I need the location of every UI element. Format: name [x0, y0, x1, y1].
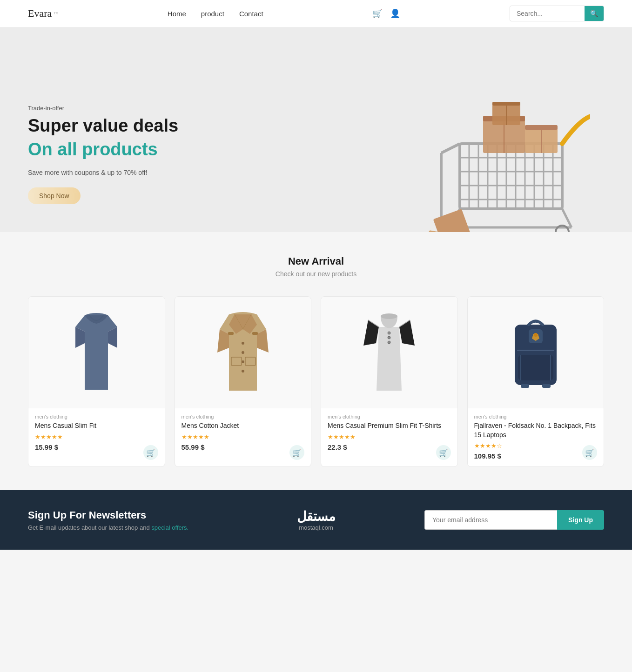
svg-point-43 [388, 332, 390, 334]
mostaql-arabic-logo: مستقل [297, 509, 336, 524]
product-card: men's clothing Fjallraven - Foldsack No.… [467, 296, 605, 467]
nav-icons: 🛒 👤 [372, 8, 400, 19]
shop-now-button[interactable]: Shop Now [28, 187, 81, 204]
svg-line-21 [441, 144, 460, 153]
newsletter-form: Sign Up [424, 510, 604, 530]
add-to-cart-button[interactable]: 🛒 [143, 445, 158, 460]
site-header: Evara™ Home product Contact 🛒 👤 🔍 [0, 0, 632, 27]
product-category: men's clothing [474, 414, 598, 419]
products-grid: men's clothing Mens Casual Slim Fit ★★★★… [0, 287, 632, 490]
svg-point-42 [381, 313, 397, 319]
newsletter-special-offers-link[interactable]: special offers. [151, 524, 188, 531]
main-nav: Home product Contact [168, 10, 263, 18]
newsletter-section: Sign Up For Newsletters Get E-mail updat… [0, 490, 632, 550]
search-bar: 🔍 [510, 6, 604, 21]
hero-image [381, 55, 604, 232]
product-card: men's clothing Mens Cotton Jacket ★★★★★ … [175, 296, 312, 467]
product-price: 15.99 $ [35, 443, 158, 451]
svg-line-16 [562, 209, 571, 227]
newsletter-logo: مستقل mostaql.com [226, 509, 406, 531]
svg-rect-50 [518, 355, 553, 380]
svg-point-36 [242, 360, 244, 363]
nav-product[interactable]: product [201, 10, 224, 18]
product-stars: ★★★★★ [182, 433, 305, 440]
product-name: Mens Casual Premium Slim Fit T-Shirts [328, 421, 451, 431]
search-input[interactable] [510, 7, 585, 20]
product-card: men's clothing Mens Casual Premium Slim … [321, 296, 458, 467]
new-arrival-title: New Arrival [28, 255, 604, 267]
hero-text: Trade-in-offer Super value deals On all … [28, 105, 178, 232]
new-arrival-section: New Arrival Check out our new products [0, 232, 632, 287]
newsletter-description: Get E-mail updates about our latest shop… [28, 524, 208, 531]
product-image-jacket [210, 311, 276, 394]
product-image-wrap [175, 297, 311, 408]
add-to-cart-button[interactable]: 🛒 [436, 445, 451, 460]
svg-point-37 [242, 370, 244, 373]
svg-point-35 [242, 351, 244, 354]
cart-icon[interactable]: 🛒 [372, 8, 383, 19]
product-price: 55.99 $ [182, 443, 305, 451]
product-image-tshirt-blue [64, 311, 129, 394]
product-image-raglan [356, 311, 422, 394]
svg-point-44 [388, 336, 390, 339]
hero-headline2: On all products [28, 139, 178, 160]
svg-point-34 [242, 342, 244, 345]
new-arrival-subtitle: Check out our new products [28, 270, 604, 278]
product-stars: ★★★★★ [35, 433, 158, 440]
mostaql-latin-logo: mostaql.com [297, 524, 336, 531]
product-stars: ★★★★☆ [474, 442, 598, 449]
product-card: men's clothing Mens Casual Slim Fit ★★★★… [28, 296, 165, 467]
product-price: 109.95 $ [474, 452, 598, 460]
add-to-cart-button[interactable]: 🛒 [582, 445, 597, 460]
svg-point-52 [534, 333, 538, 337]
svg-rect-40 [228, 332, 234, 335]
product-name: Fjallraven - Foldsack No. 1 Backpack, Fi… [474, 421, 598, 439]
newsletter-title: Sign Up For Newsletters [28, 509, 208, 521]
product-price: 22.3 $ [328, 443, 451, 451]
newsletter-text: Sign Up For Newsletters Get E-mail updat… [28, 509, 208, 531]
svg-rect-32 [433, 209, 471, 232]
product-category: men's clothing [182, 414, 305, 419]
newsletter-signup-button[interactable]: Sign Up [557, 510, 604, 530]
nav-home[interactable]: Home [168, 10, 186, 18]
product-image-backpack [503, 311, 568, 394]
product-name: Mens Casual Slim Fit [35, 421, 158, 431]
svg-rect-53 [521, 384, 529, 388]
cart-illustration [395, 74, 590, 232]
hero-section: Trade-in-offer Super value deals On all … [0, 27, 632, 232]
svg-rect-54 [542, 384, 551, 388]
user-icon[interactable]: 👤 [390, 8, 400, 19]
hero-description: Save more with coupons & up to 70% off! [28, 169, 178, 176]
svg-point-45 [388, 341, 390, 344]
product-name: Mens Cotton Jacket [182, 421, 305, 431]
product-category: men's clothing [328, 414, 451, 419]
svg-rect-41 [252, 332, 258, 335]
newsletter-email-input[interactable] [424, 510, 557, 530]
nav-contact[interactable]: Contact [239, 10, 263, 18]
hero-headline1: Super value deals [28, 115, 178, 137]
hero-trade-label: Trade-in-offer [28, 105, 178, 112]
product-image-wrap [321, 297, 457, 408]
product-info: men's clothing Fjallraven - Foldsack No.… [468, 408, 604, 466]
product-stars: ★★★★★ [328, 433, 451, 440]
logo[interactable]: Evara™ [28, 7, 58, 20]
search-button[interactable]: 🔍 [585, 6, 604, 21]
add-to-cart-button[interactable]: 🛒 [289, 445, 304, 460]
product-image-wrap [28, 297, 165, 408]
product-image-wrap [468, 297, 604, 408]
product-category: men's clothing [35, 414, 158, 419]
